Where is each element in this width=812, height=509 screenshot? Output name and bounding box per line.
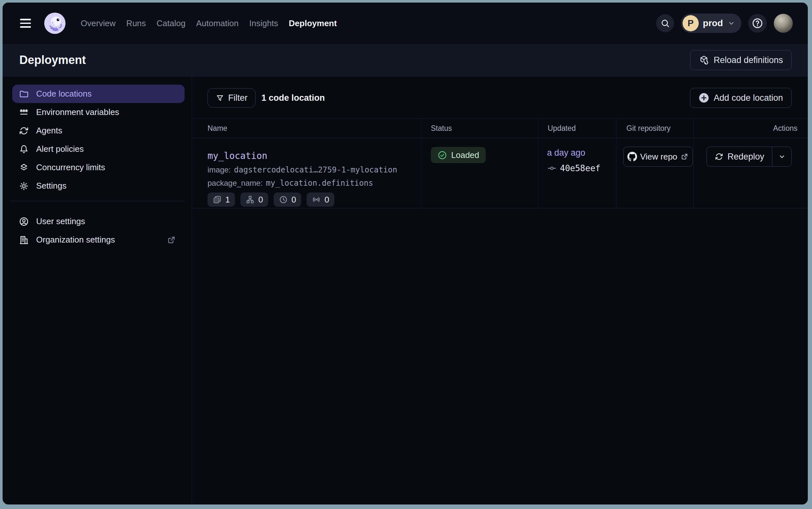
definition-count-badges: 1 — [208, 193, 414, 207]
help-icon — [751, 17, 764, 29]
env-vars-icon — [19, 107, 29, 117]
app-window: Overview Runs Catalog Automation Insight… — [3, 3, 808, 505]
sidebar-item-agents[interactable]: Agents — [12, 122, 185, 140]
user-circle-icon — [19, 216, 29, 227]
sidebar-item-label: User settings — [36, 216, 85, 227]
workspace-switcher[interactable]: P prod — [681, 13, 741, 33]
reload-definitions-button[interactable]: Reload definitions — [690, 50, 792, 70]
nav-item-deployment[interactable]: Deployment — [289, 19, 337, 28]
image-value: dagstercodelocati…2759-1-mylocation — [234, 165, 397, 174]
plus-circle-icon — [699, 93, 709, 103]
table-row: my_location image: dagstercodelocati…275… — [192, 138, 808, 208]
code-locations-table: Name Status Updated Git repository Actio… — [192, 118, 808, 208]
deployment-sidebar: Code locations Environment variables — [3, 76, 192, 505]
status-badge: Loaded — [431, 147, 486, 163]
redeploy-label: Redeploy — [728, 152, 764, 162]
git-repository-cell: View repo — [617, 138, 693, 208]
actions-cell: Redeploy — [693, 138, 808, 208]
sync-icon — [19, 126, 29, 136]
sidebar-item-environment-variables[interactable]: Environment variables — [12, 103, 185, 122]
add-code-location-label: Add code location — [713, 93, 783, 103]
view-repo-label: View repo — [640, 152, 677, 162]
search-button[interactable] — [656, 14, 674, 32]
view-repo-button[interactable]: View repo — [623, 147, 693, 167]
workspace-avatar: P — [682, 15, 699, 31]
sidebar-divider — [10, 201, 185, 201]
building-icon — [19, 235, 29, 245]
external-link-icon — [167, 235, 176, 245]
workspace-name: prod — [703, 18, 723, 28]
package-value: my_location.definitions — [266, 179, 373, 188]
redeploy-icon — [714, 152, 724, 161]
code-locations-content: Filter 1 code location Add code location… — [192, 76, 808, 505]
sidebar-item-code-locations[interactable]: Code locations — [12, 84, 185, 103]
sidebar-item-label: Concurrency limits — [36, 163, 105, 172]
sidebar-item-label: Settings — [36, 181, 67, 191]
nav-item-insights[interactable]: Insights — [249, 19, 278, 28]
sidebar-item-settings[interactable]: Settings — [12, 177, 185, 195]
redeploy-button[interactable]: Redeploy — [707, 147, 772, 166]
page-header: Deployment Reload definitions — [3, 44, 808, 76]
asset-graph-icon — [246, 195, 255, 204]
package-label: package_name: — [208, 179, 263, 188]
schedules-icon — [279, 195, 288, 204]
sensors-count: 0 — [324, 195, 329, 205]
name-cell: my_location image: dagstercodelocati…275… — [192, 138, 421, 208]
primary-nav: Overview Runs Catalog Automation Insight… — [81, 19, 337, 28]
filter-label: Filter — [228, 93, 248, 103]
asset-graph-badge[interactable]: 0 — [241, 193, 268, 207]
top-navbar: Overview Runs Catalog Automation Insight… — [3, 3, 808, 44]
sidebar-item-label: Agents — [36, 126, 62, 136]
sidebar-item-concurrency-limits[interactable]: Concurrency limits — [12, 158, 185, 177]
sidebar-item-label: Code locations — [36, 89, 91, 99]
check-circle-icon — [437, 150, 447, 160]
redeploy-split-button: Redeploy — [706, 147, 792, 167]
sidebar-item-alert-policies[interactable]: Alert policies — [12, 140, 185, 158]
jobs-badge[interactable]: 1 — [208, 193, 235, 207]
column-header-status: Status — [421, 118, 538, 138]
chevron-down-icon — [727, 19, 736, 28]
commit-line: 40e58eef — [547, 163, 617, 173]
github-icon — [627, 152, 637, 162]
table-header-row: Name Status Updated Git repository Actio… — [192, 118, 808, 138]
column-header-name: Name — [192, 118, 421, 138]
column-header-git-repository: Git repository — [617, 118, 693, 138]
user-avatar[interactable] — [774, 13, 793, 33]
sidebar-item-label: Environment variables — [36, 107, 119, 117]
sensors-icon — [312, 195, 321, 204]
sensors-badge[interactable]: 0 — [306, 193, 334, 207]
main-area: Code locations Environment variables — [3, 76, 808, 505]
commit-icon — [547, 163, 557, 173]
toolbar: Filter 1 code location Add code location — [208, 88, 792, 108]
schedules-count: 0 — [291, 195, 296, 205]
reload-definitions-label: Reload definitions — [713, 55, 783, 65]
filter-button[interactable]: Filter — [208, 88, 256, 107]
nav-item-overview[interactable]: Overview — [81, 19, 115, 28]
help-button[interactable] — [748, 14, 767, 33]
status-cell: Loaded — [421, 138, 538, 208]
hamburger-menu-icon[interactable] — [20, 19, 31, 28]
image-label: image: — [208, 165, 231, 174]
updated-timestamp-link[interactable]: a day ago — [547, 148, 617, 158]
image-line: image: dagstercodelocati…2759-1-mylocati… — [208, 165, 414, 174]
gear-icon — [19, 181, 29, 191]
asset-graph-count: 0 — [258, 195, 263, 205]
schedules-badge[interactable]: 0 — [274, 193, 301, 207]
column-header-updated: Updated — [538, 118, 617, 138]
bell-icon — [19, 144, 29, 155]
code-location-link[interactable]: my_location — [208, 150, 414, 161]
folder-icon — [19, 89, 29, 99]
redeploy-more-button[interactable] — [772, 147, 791, 166]
dagster-logo-icon[interactable] — [43, 12, 67, 35]
sidebar-item-organization-settings[interactable]: Organization settings — [12, 231, 185, 249]
sidebar-item-label: Alert policies — [36, 144, 83, 154]
filter-icon — [216, 94, 224, 102]
nav-item-automation[interactable]: Automation — [196, 19, 239, 28]
sidebar-item-user-settings[interactable]: User settings — [12, 212, 185, 231]
updated-cell: a day ago 40e58eef — [538, 138, 617, 208]
nav-item-catalog[interactable]: Catalog — [156, 19, 186, 28]
nav-item-runs[interactable]: Runs — [126, 19, 146, 28]
commit-hash: 40e58eef — [560, 163, 600, 173]
search-icon — [660, 19, 670, 28]
add-code-location-button[interactable]: Add code location — [690, 88, 792, 108]
